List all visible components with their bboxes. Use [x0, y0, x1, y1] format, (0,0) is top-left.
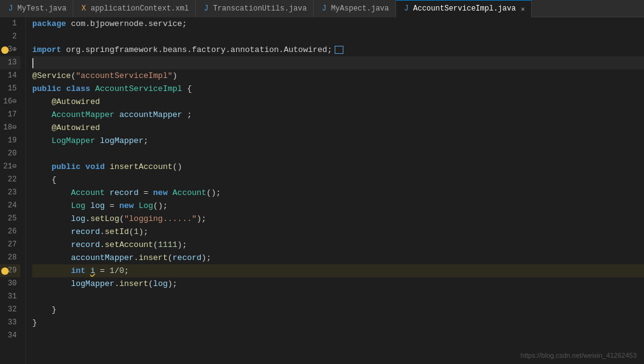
- warning-icon-3: [1, 46, 9, 54]
- code-line-2: [32, 30, 644, 43]
- code-line-26: record.setId(1);: [32, 225, 644, 238]
- line-number-gutter: 1 2 3⊕ 13 14 15 16⊖ 17 18⊖ 19 20 21⊖ 22 …: [0, 17, 26, 364]
- line-num-20: 20: [0, 147, 20, 160]
- tab-transcationutils[interactable]: J TranscationUtils.java: [196, 0, 314, 17]
- watermark: https://blog.csdn.net/weixin_41262453: [521, 352, 637, 359]
- xml-icon: X: [79, 4, 88, 13]
- code-line-14: @Service("accountServiceImpl"): [32, 69, 644, 82]
- code-line-27: record.setAccount(1111);: [32, 238, 644, 251]
- editor-area: 1 2 3⊕ 13 14 15 16⊖ 17 18⊖ 19 20 21⊖ 22 …: [0, 17, 644, 364]
- line-num-32: 32: [0, 303, 20, 316]
- tab-applicationcontext[interactable]: X applicationContext.xml: [73, 0, 195, 17]
- code-line-23: Account record = new Account();: [32, 186, 644, 199]
- line-num-27: 27: [0, 238, 20, 251]
- line-num-13: 13: [0, 56, 20, 69]
- code-line-33: }: [32, 316, 644, 329]
- line-num-19: 19: [0, 134, 20, 147]
- line-num-31: 31: [0, 290, 20, 303]
- code-line-18: @Autowired: [32, 121, 644, 134]
- java-icon: J: [6, 4, 15, 13]
- code-line-15: public class AccountServiceImpl {: [32, 82, 644, 95]
- java-icon-2: J: [202, 4, 211, 13]
- tab-label: applicationContext.xml: [90, 4, 188, 13]
- line-num-22: 22: [0, 173, 20, 186]
- line-num-18: 18⊖: [0, 121, 20, 134]
- line-num-14: 14: [0, 69, 20, 82]
- code-line-19: LogMapper logMapper;: [32, 134, 644, 147]
- line-num-17: 17: [0, 108, 20, 121]
- tab-accountserviceimpl[interactable]: J AccountServiceImpl.java ✕: [396, 0, 532, 17]
- tab-label: MyTest.java: [17, 4, 66, 13]
- code-line-21: public void insertAccount(): [32, 160, 644, 173]
- line-num-26: 26: [0, 225, 20, 238]
- code-line-30: logMapper.insert(log);: [32, 277, 644, 290]
- code-line-20: [32, 147, 644, 160]
- line-num-33: 33: [0, 316, 20, 329]
- java-icon-4: J: [402, 4, 411, 13]
- line-num-28: 28: [0, 251, 20, 264]
- code-line-16: @Autowired: [32, 95, 644, 108]
- code-line-25: log.setLog("logging......");: [32, 212, 644, 225]
- code-line-1: package com.bjpowernode.service;: [32, 17, 644, 30]
- code-line-29: int i = 1/0;: [32, 264, 644, 277]
- tab-label: MyAspect.java: [331, 4, 389, 13]
- line-num-3: 3⊕: [0, 43, 20, 56]
- line-num-2: 2: [0, 30, 20, 43]
- tab-label: TranscationUtils.java: [213, 4, 307, 13]
- code-editor[interactable]: package com.bjpowernode.service; import …: [26, 17, 644, 364]
- line-num-29: 29: [0, 264, 20, 277]
- code-line-31: [32, 290, 644, 303]
- line-num-21: 21⊖: [0, 160, 20, 173]
- code-line-13: [32, 56, 644, 69]
- warning-icon-29: [1, 267, 9, 275]
- line-num-23: 23: [0, 186, 20, 199]
- tab-label: AccountServiceImpl.java: [413, 4, 516, 13]
- tab-myaspect[interactable]: J MyAspect.java: [314, 0, 396, 17]
- line-num-25: 25: [0, 212, 20, 225]
- code-line-32: }: [32, 303, 644, 316]
- tab-close-icon[interactable]: ✕: [521, 5, 525, 13]
- tab-mytestjava[interactable]: J MyTest.java: [0, 0, 73, 17]
- line-num-15: 15: [0, 82, 20, 95]
- code-line-3: import org.springframework.beans.factory…: [32, 43, 644, 56]
- tab-bar: J MyTest.java X applicationContext.xml J…: [0, 0, 644, 17]
- java-icon-3: J: [320, 4, 329, 13]
- line-num-24: 24: [0, 199, 20, 212]
- code-line-28: accountMapper.insert(record);: [32, 251, 644, 264]
- code-line-17: AccountMapper accountMapper ;: [32, 108, 644, 121]
- code-line-34: [32, 329, 644, 342]
- line-num-34: 34: [0, 329, 20, 342]
- code-line-24: Log log = new Log();: [32, 199, 644, 212]
- line-num-16: 16⊖: [0, 95, 20, 108]
- code-line-22: {: [32, 173, 644, 186]
- line-num-1: 1: [0, 17, 20, 30]
- line-num-30: 30: [0, 277, 20, 290]
